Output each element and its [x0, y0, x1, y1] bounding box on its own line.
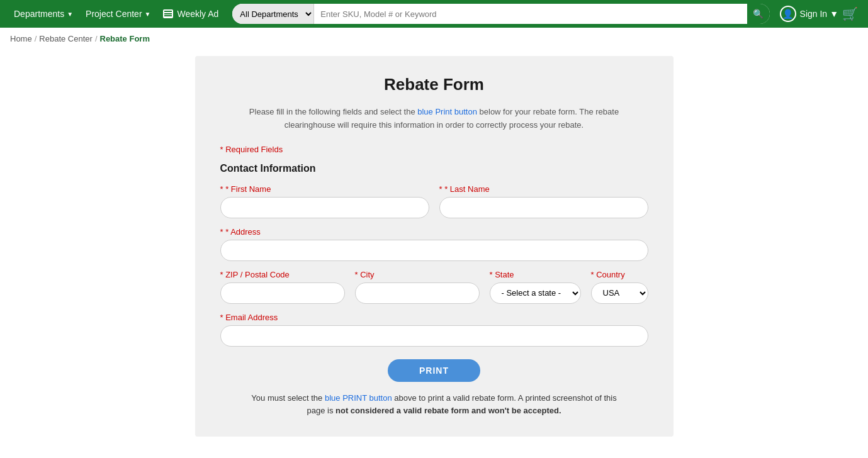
cart-icon[interactable]: 🛒 — [842, 6, 858, 21]
user-icon: 👤 — [780, 6, 796, 22]
state-group: * State - Select a state - — [490, 270, 581, 304]
departments-label: Departments — [14, 9, 64, 19]
sign-in-button[interactable]: Sign In ▼ — [800, 9, 838, 19]
form-container: Rebate Form Please fill in the following… — [195, 56, 674, 437]
last-name-group: * * Last Name — [439, 184, 648, 218]
country-select[interactable]: USA — [591, 282, 648, 304]
city-label: * City — [355, 270, 480, 279]
search-bar: All Departments 🔍 — [232, 4, 769, 24]
contact-section-title: Contact Information — [220, 163, 648, 174]
last-name-label: * * Last Name — [439, 184, 648, 194]
sign-in-chevron-icon: ▼ — [830, 9, 838, 19]
first-name-input[interactable] — [220, 197, 429, 218]
breadcrumb-sep-2: / — [95, 34, 98, 43]
main-content: Rebate Form Please fill in the following… — [0, 50, 868, 458]
location-row: * ZIP / Postal Code * City * State - Sel… — [220, 270, 648, 304]
blue-print-text: blue Print button — [417, 107, 477, 116]
breadcrumb-sep-1: / — [35, 34, 37, 43]
address-input[interactable] — [220, 240, 648, 261]
last-name-input[interactable] — [439, 197, 648, 218]
project-center-chevron-icon: ▼ — [145, 11, 151, 18]
state-label: * State — [490, 270, 581, 279]
city-group: * City — [355, 270, 480, 304]
email-input[interactable] — [220, 325, 648, 347]
project-center-nav[interactable]: Project Center ▼ — [82, 6, 154, 21]
city-input[interactable] — [355, 282, 480, 304]
weekly-ad-label: Weekly Ad — [177, 9, 218, 19]
sign-in-label: Sign In — [800, 9, 828, 19]
address-label: * * Address — [220, 227, 648, 237]
weekly-ad-nav[interactable]: Weekly Ad — [159, 6, 222, 21]
email-label: * Email Address — [220, 313, 648, 322]
search-button[interactable]: 🔍 — [747, 4, 770, 24]
breadcrumb: Home / Rebate Center / Rebate Form — [0, 28, 868, 50]
zip-group: * ZIP / Postal Code — [220, 270, 345, 304]
project-center-label: Project Center — [86, 9, 142, 19]
email-row: * Email Address — [220, 313, 648, 347]
weekly-ad-icon — [163, 9, 173, 18]
header: Departments ▼ Project Center ▼ Weekly Ad… — [0, 0, 868, 28]
country-label: * Country — [591, 270, 648, 279]
form-description: Please fill in the following fields and … — [245, 106, 623, 132]
breadcrumb-current: Rebate Form — [100, 34, 150, 43]
departments-nav[interactable]: Departments ▼ — [10, 6, 77, 21]
departments-chevron-icon: ▼ — [67, 11, 73, 18]
form-title: Rebate Form — [220, 75, 648, 94]
breadcrumb-rebate-center[interactable]: Rebate Center — [39, 34, 93, 43]
address-group: * * Address — [220, 227, 648, 261]
header-right: 👤 Sign In ▼ 🛒 — [780, 6, 858, 22]
state-select[interactable]: - Select a state - — [490, 282, 581, 304]
zip-label: * ZIP / Postal Code — [220, 270, 345, 279]
search-department-select[interactable]: All Departments — [232, 4, 314, 24]
first-name-label: * * First Name — [220, 184, 429, 194]
breadcrumb-home[interactable]: Home — [10, 34, 32, 43]
search-input[interactable] — [314, 9, 747, 19]
footer-note: You must select the blue PRINT button ab… — [245, 392, 623, 418]
country-group: * Country USA — [591, 270, 648, 304]
address-row: * * Address — [220, 227, 648, 261]
required-fields-note: * Required Fields — [220, 145, 648, 154]
first-name-group: * * First Name — [220, 184, 429, 218]
blue-print-note-text: blue PRINT button — [325, 393, 392, 403]
email-group: * Email Address — [220, 313, 648, 347]
zip-input[interactable] — [220, 282, 345, 304]
name-row: * * First Name * * Last Name — [220, 184, 648, 218]
print-button[interactable]: PRINT — [388, 359, 480, 382]
